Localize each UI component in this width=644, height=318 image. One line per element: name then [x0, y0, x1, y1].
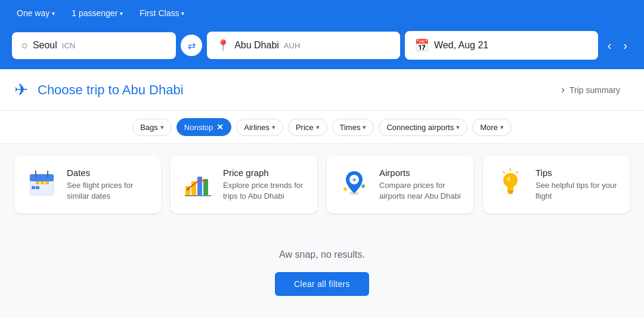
svg-rect-22	[508, 192, 513, 194]
flight-takeoff-icon: ✈	[14, 80, 28, 100]
more-label: More	[480, 123, 498, 132]
price-chevron-icon: ▾	[316, 124, 320, 131]
airlines-label: Airlines	[244, 123, 270, 132]
dates-description: See flight prices for similar dates	[67, 180, 149, 202]
airports-icon: ✈	[339, 168, 369, 198]
tips-title: Tips	[535, 168, 618, 178]
svg-text:✈: ✈	[352, 177, 357, 183]
passengers-chevron-icon: ▾	[120, 10, 123, 17]
svg-rect-4	[45, 181, 49, 184]
tips-description: See helpful tips for your flight	[535, 180, 618, 202]
filter-price[interactable]: Price ▾	[288, 119, 327, 136]
origin-circle-icon: ○	[21, 39, 28, 52]
price-graph-title: Price graph	[223, 168, 305, 178]
trip-type-dropdown[interactable]: One way ▾	[12, 6, 60, 20]
origin-field[interactable]: ○ Seoul ICN	[12, 32, 176, 59]
calendar-icon: 📅	[414, 38, 429, 53]
svg-rect-3	[41, 181, 44, 184]
date-value: Wed, Aug 21	[434, 40, 488, 51]
search-bar: ○ Seoul ICN ⇄ 📍 Abu Dhabi AUH 📅 Wed, Aug…	[0, 26, 644, 69]
price-graph-widget-text: Price graph Explore price trends for tri…	[223, 168, 305, 202]
trip-summary-button[interactable]: › Trip summary	[552, 79, 630, 101]
svg-rect-2	[36, 181, 39, 184]
date-prev-button[interactable]: ‹	[603, 36, 617, 55]
airports-widget-text: Airports Compare prices for airports nea…	[379, 168, 462, 202]
svg-line-24	[516, 172, 518, 173]
destination-pin-icon: 📍	[216, 39, 230, 52]
price-graph-icon	[183, 168, 213, 198]
trip-type-chevron-icon: ▾	[52, 10, 55, 17]
widgets-section: Dates See flight prices for similar date…	[0, 144, 644, 226]
price-graph-description: Explore price trends for trips to Abu Dh…	[223, 180, 305, 202]
tips-icon	[496, 168, 525, 198]
trip-type-label: One way	[17, 8, 49, 18]
trip-summary-chevron-icon: ›	[561, 84, 565, 96]
airports-title: Airports	[379, 168, 462, 178]
filter-more[interactable]: More ▾	[472, 119, 512, 136]
airports-icon-container: ✈	[339, 168, 370, 199]
bags-chevron-icon: ▾	[160, 124, 164, 131]
destination-code: AUH	[284, 41, 300, 50]
price-graph-icon-container	[182, 168, 213, 199]
destination-field[interactable]: 📍 Abu Dhabi AUH	[207, 32, 400, 59]
filter-connecting-airports[interactable]: Connecting airports ▾	[379, 119, 467, 136]
swap-icon: ⇄	[188, 40, 196, 51]
dates-widget[interactable]: Dates See flight prices for similar date…	[14, 156, 161, 214]
dates-title: Dates	[67, 168, 149, 178]
filter-times[interactable]: Times ▾	[332, 119, 374, 136]
no-results-message: Aw snap, no results.	[14, 249, 630, 260]
no-results-section: Aw snap, no results. Clear all filters	[0, 226, 644, 318]
destination-city: Abu Dhabi	[234, 40, 279, 51]
tips-icon-container	[495, 168, 526, 199]
airports-description: Compare prices for airports near Abu Dha…	[379, 180, 462, 202]
filter-bags[interactable]: Bags ▾	[132, 119, 172, 136]
page-header: ✈ Choose trip to Abu Dhabi › Trip summar…	[0, 69, 644, 111]
svg-line-25	[503, 172, 504, 173]
nonstop-label: Nonstop	[184, 123, 213, 132]
dates-widget-text: Dates See flight prices for similar date…	[67, 168, 149, 202]
price-graph-widget[interactable]: Price graph Explore price trends for tri…	[171, 156, 317, 214]
filter-airlines[interactable]: Airlines ▾	[236, 119, 283, 136]
nonstop-close-icon[interactable]: ✕	[216, 122, 224, 132]
dates-icon	[27, 168, 57, 198]
svg-point-19	[343, 187, 347, 191]
top-navigation: One way ▾ 1 passenger ▾ First Class ▾	[0, 0, 644, 26]
page-title: Choose trip to Abu Dhabi	[38, 82, 184, 98]
cabin-class-dropdown[interactable]: First Class ▾	[135, 6, 189, 20]
cabin-class-label: First Class	[140, 8, 179, 18]
svg-point-15	[205, 180, 207, 183]
connecting-airports-chevron-icon: ▾	[456, 124, 460, 131]
tips-widget-text: Tips See helpful tips for your flight	[535, 168, 618, 202]
filter-nonstop[interactable]: Nonstop ✕	[177, 118, 231, 136]
svg-rect-21	[507, 190, 513, 192]
date-navigation: ‹ ›	[603, 36, 632, 55]
passengers-dropdown[interactable]: 1 passenger ▾	[67, 6, 128, 20]
swap-button[interactable]: ⇄	[181, 35, 202, 56]
dates-icon-container	[26, 168, 57, 199]
filter-bar: Bags ▾ Nonstop ✕ Airlines ▾ Price ▾ Time…	[0, 111, 644, 144]
cabin-class-chevron-icon: ▾	[181, 10, 184, 17]
header-left: ✈ Choose trip to Abu Dhabi	[14, 80, 184, 100]
bags-label: Bags	[140, 123, 158, 132]
price-label: Price	[296, 123, 314, 132]
svg-rect-5	[32, 186, 35, 189]
date-next-button[interactable]: ›	[618, 36, 632, 55]
origin-code: ICN	[62, 41, 75, 50]
date-field[interactable]: 📅 Wed, Aug 21	[405, 31, 598, 60]
times-label: Times	[340, 123, 361, 132]
trip-summary-label: Trip summary	[569, 85, 620, 95]
connecting-airports-label: Connecting airports	[386, 123, 454, 132]
clear-filters-button[interactable]: Clear all filters	[275, 272, 369, 296]
svg-point-14	[187, 188, 189, 190]
svg-point-26	[507, 177, 510, 181]
times-chevron-icon: ▾	[363, 124, 366, 131]
passengers-label: 1 passenger	[72, 8, 117, 18]
svg-rect-6	[36, 186, 39, 189]
svg-rect-1	[30, 174, 54, 181]
airlines-chevron-icon: ▾	[272, 124, 275, 131]
origin-city: Seoul	[33, 40, 57, 51]
tips-widget[interactable]: Tips See helpful tips for your flight	[483, 156, 630, 214]
svg-point-20	[361, 184, 365, 188]
more-chevron-icon: ▾	[500, 124, 504, 131]
airports-widget[interactable]: ✈ Airports Compare prices for airports n…	[327, 156, 473, 214]
